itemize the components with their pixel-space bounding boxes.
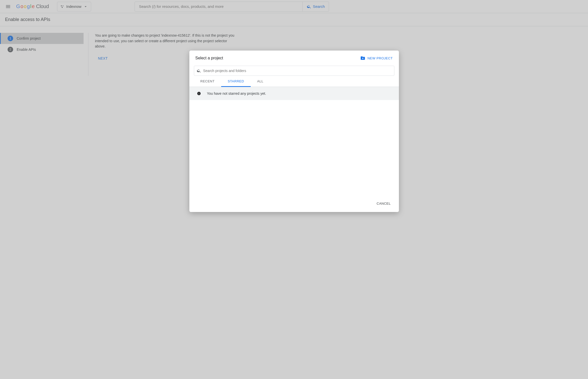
svg-rect-5 [199, 92, 199, 93]
dialog-header: Select a project NEW PROJECT [189, 51, 399, 61]
project-tabs: RECENT STARRED ALL [189, 76, 399, 87]
new-project-label: NEW PROJECT [367, 56, 393, 60]
project-selector-dialog: Select a project NEW PROJECT RECENT STAR… [189, 51, 399, 212]
cancel-button[interactable]: CANCEL [374, 200, 393, 207]
tab-all[interactable]: ALL [251, 76, 270, 87]
search-icon [197, 68, 201, 73]
new-project-icon [360, 56, 365, 61]
info-icon [197, 91, 201, 96]
project-search [194, 66, 394, 76]
modal-backdrop[interactable]: Select a project NEW PROJECT RECENT STAR… [0, 0, 588, 379]
new-project-button[interactable]: NEW PROJECT [360, 56, 393, 61]
tab-starred[interactable]: STARRED [221, 76, 251, 87]
project-list-body [189, 100, 399, 196]
project-search-input[interactable] [203, 69, 392, 73]
dialog-footer: CANCEL [189, 196, 399, 212]
svg-rect-4 [199, 93, 199, 94]
empty-state-row: You have not starred any projects yet. [189, 87, 399, 100]
tab-recent[interactable]: RECENT [194, 76, 221, 87]
dialog-title: Select a project [195, 56, 357, 60]
empty-state-message: You have not starred any projects yet. [207, 91, 266, 96]
